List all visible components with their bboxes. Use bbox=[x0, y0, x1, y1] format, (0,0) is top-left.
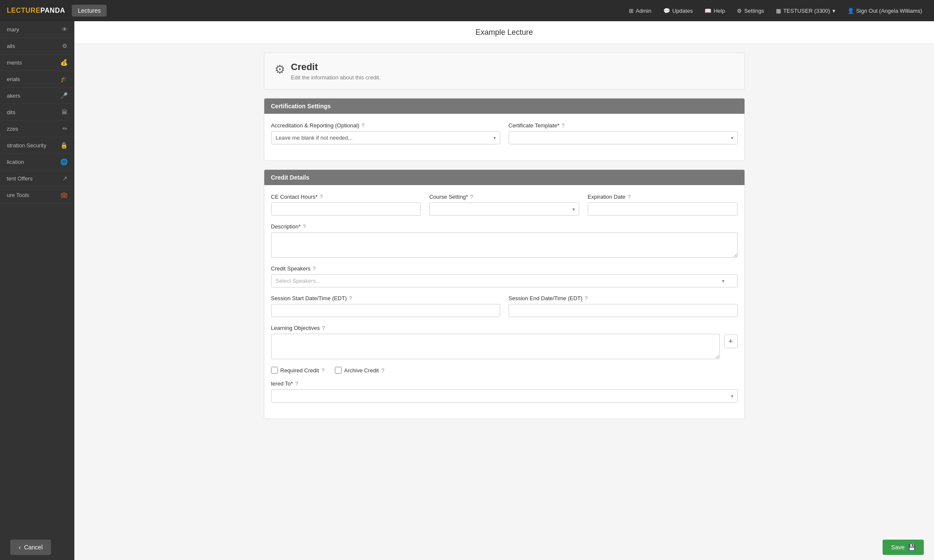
bank-icon: 🏛 bbox=[62, 109, 68, 115]
sidebar-label-registration: stration Security bbox=[7, 142, 46, 149]
session-end-help-icon[interactable]: ? bbox=[585, 295, 588, 301]
updates-icon: 💬 bbox=[663, 8, 670, 14]
ce-help-icon[interactable]: ? bbox=[320, 194, 323, 200]
testuser-icon: ▦ bbox=[776, 8, 781, 14]
sidebar: mary 👁 ails ⚙ ments 💰 erials 🎓 akers 🎤 d… bbox=[0, 21, 74, 560]
ce-contact-hours-input[interactable] bbox=[271, 203, 421, 216]
session-dates-row: Session Start Date/Time (EDT) ? Session … bbox=[271, 295, 738, 317]
settings-nav-item[interactable]: ⚙ Settings bbox=[732, 5, 769, 17]
required-credit-checkbox[interactable] bbox=[271, 367, 278, 374]
sidebar-label-lecture-tools: ure Tools bbox=[7, 192, 29, 198]
app-logo: LECTUREPANDA bbox=[7, 7, 65, 14]
lock-icon: 🔒 bbox=[60, 142, 68, 149]
sidebar-item-quizzes[interactable]: zzes ✏ bbox=[0, 121, 74, 137]
credit-speakers-group: Credit Speakers ? Select Speakers... ▾ bbox=[271, 265, 738, 287]
certification-form-row: Accreditation & Reporting (Optional) ? L… bbox=[271, 122, 738, 144]
money-icon: 💰 bbox=[60, 59, 68, 66]
save-button[interactable]: Save 💾 bbox=[883, 540, 924, 555]
session-start-label: Session Start Date/Time (EDT) ? bbox=[271, 295, 500, 301]
credit-details-body: CE Contact Hours* ? Course Setting* ? bbox=[264, 185, 744, 419]
description-help-icon[interactable]: ? bbox=[303, 223, 306, 230]
gear-icon: ⚙ bbox=[62, 42, 68, 49]
top-navigation: LECTUREPANDA Lectures ⊞ Admin 💬 Updates … bbox=[0, 0, 934, 21]
top-nav-items: ⊞ Admin 💬 Updates 📖 Help ⚙ Settings ▦ TE… bbox=[624, 5, 927, 17]
registered-to-help-icon[interactable]: ? bbox=[295, 380, 298, 387]
learning-objectives-help-icon[interactable]: ? bbox=[322, 325, 325, 331]
updates-nav-item[interactable]: 💬 Updates bbox=[658, 5, 698, 17]
help-icon: 📖 bbox=[705, 8, 711, 14]
expiration-date-help-icon[interactable]: ? bbox=[628, 194, 631, 200]
sidebar-item-registration[interactable]: stration Security 🔒 bbox=[0, 137, 74, 154]
registered-to-label: tered To* ? bbox=[271, 380, 738, 387]
sidebar-item-content-offers[interactable]: tent Offers ↗ bbox=[0, 170, 74, 187]
checkbox-row: Required Credit ? Archive Credit ? bbox=[271, 367, 738, 374]
credit-title: Credit bbox=[291, 62, 381, 73]
sidebar-label-details: ails bbox=[7, 43, 15, 49]
ce-course-expiration-row: CE Contact Hours* ? Course Setting* ? bbox=[271, 194, 738, 216]
course-setting-help-icon[interactable]: ? bbox=[470, 194, 473, 200]
lectures-tab[interactable]: Lectures bbox=[72, 5, 107, 17]
speakers-select-display[interactable]: Select Speakers... ▾ bbox=[271, 274, 738, 287]
testuser-nav-item[interactable]: ▦ TESTUSER (3300) ▾ bbox=[771, 5, 841, 17]
speakers-help-icon[interactable]: ? bbox=[313, 265, 316, 272]
credit-details-section: Credit Details CE Contact Hours* ? bbox=[264, 169, 745, 419]
sidebar-item-documents[interactable]: ments 💰 bbox=[0, 54, 74, 71]
course-setting-select[interactable] bbox=[429, 203, 579, 216]
briefcase-icon: 💼 bbox=[60, 191, 68, 198]
bottom-bar: ‹ Cancel Save 💾 bbox=[0, 535, 934, 560]
share-icon: ↗ bbox=[62, 175, 68, 182]
settings-label: Settings bbox=[744, 8, 764, 14]
required-credit-label: Required Credit bbox=[280, 367, 319, 374]
session-start-help-icon[interactable]: ? bbox=[349, 295, 352, 301]
sidebar-item-publication[interactable]: lication 🌐 bbox=[0, 154, 74, 170]
certification-settings-header: Certification Settings bbox=[264, 98, 744, 114]
certificate-template-label: Certificate Template* ? bbox=[509, 122, 738, 129]
speakers-caret-icon: ▾ bbox=[722, 278, 725, 284]
sidebar-item-materials[interactable]: erials 🎓 bbox=[0, 71, 74, 87]
session-start-input[interactable] bbox=[271, 304, 500, 317]
help-nav-item[interactable]: 📖 Help bbox=[699, 5, 730, 17]
add-learning-objective-button[interactable]: + bbox=[724, 335, 738, 348]
sidebar-label-content-offers: tent Offers bbox=[7, 175, 32, 182]
signout-label: Sign Out (Angela Williams) bbox=[856, 8, 922, 14]
updates-label: Updates bbox=[672, 8, 693, 14]
learning-objectives-wrap: + bbox=[271, 334, 738, 359]
graduation-icon: 🎓 bbox=[60, 76, 68, 82]
content-area: ⚙ Credit Edit the information about this… bbox=[254, 44, 755, 462]
sidebar-label-quizzes: zzes bbox=[7, 126, 18, 132]
credit-header-card: ⚙ Credit Edit the information about this… bbox=[264, 53, 745, 90]
mic-icon: 🎤 bbox=[60, 92, 68, 99]
archive-credit-help-icon[interactable]: ? bbox=[381, 367, 384, 374]
sidebar-item-summary[interactable]: mary 👁 bbox=[0, 21, 74, 38]
course-setting-group: Course Setting* ? ▾ bbox=[429, 194, 579, 216]
sidebar-item-speakers[interactable]: akers 🎤 bbox=[0, 87, 74, 104]
certificate-template-help-icon[interactable]: ? bbox=[561, 122, 564, 129]
cancel-button[interactable]: ‹ Cancel bbox=[10, 540, 51, 555]
expiration-date-label: Expiration Date ? bbox=[588, 194, 738, 200]
session-end-label: Session End Date/Time (EDT) ? bbox=[509, 295, 738, 301]
ce-contact-hours-group: CE Contact Hours* ? bbox=[271, 194, 421, 216]
admin-nav-item[interactable]: ⊞ Admin bbox=[624, 5, 657, 17]
save-icon: 💾 bbox=[908, 544, 915, 551]
learning-objectives-group: Learning Objectives ? + bbox=[271, 325, 738, 359]
sidebar-item-details[interactable]: ails ⚙ bbox=[0, 38, 74, 54]
sidebar-label-materials: erials bbox=[7, 76, 20, 82]
expiration-date-input[interactable] bbox=[588, 203, 738, 216]
learning-objectives-textarea[interactable] bbox=[271, 334, 720, 359]
registered-to-select[interactable] bbox=[271, 389, 738, 402]
speakers-select-wrap: Select Speakers... ▾ bbox=[271, 274, 738, 287]
session-end-input[interactable] bbox=[509, 304, 738, 317]
accreditation-select[interactable]: Leave me blank if not needed... bbox=[271, 131, 500, 144]
archive-credit-checkbox[interactable] bbox=[335, 367, 342, 374]
user-icon: 👤 bbox=[847, 8, 854, 14]
accreditation-help-icon[interactable]: ? bbox=[362, 122, 365, 129]
sidebar-item-lecture-tools[interactable]: ure Tools 💼 bbox=[0, 187, 74, 203]
required-credit-help-icon[interactable]: ? bbox=[322, 367, 325, 374]
admin-label: Admin bbox=[636, 8, 651, 14]
page-title: Example Lecture bbox=[74, 21, 934, 44]
sidebar-item-credits[interactable]: dits 🏛 bbox=[0, 104, 74, 121]
signout-nav-item[interactable]: 👤 Sign Out (Angela Williams) bbox=[842, 5, 927, 17]
description-textarea[interactable] bbox=[271, 232, 738, 258]
certificate-template-select[interactable] bbox=[509, 131, 738, 144]
credit-info: Credit Edit the information about this c… bbox=[291, 62, 381, 81]
